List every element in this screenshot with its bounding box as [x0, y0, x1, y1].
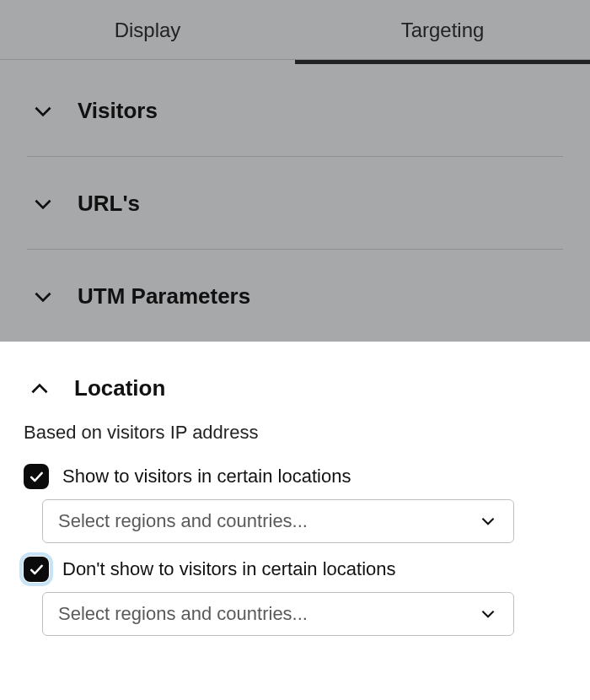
accordion-urls[interactable]: URL's: [27, 157, 563, 249]
tabs: Display Targeting: [0, 0, 590, 60]
accordion-title-visitors: Visitors: [78, 98, 158, 124]
select-hide-locations[interactable]: Select regions and countries...: [42, 592, 514, 636]
chevron-down-icon: [478, 604, 498, 624]
accordion-utm[interactable]: UTM Parameters: [27, 250, 563, 342]
accordion-title-utm: UTM Parameters: [78, 283, 250, 310]
chevron-down-icon: [30, 99, 56, 124]
chevron-down-icon: [478, 511, 498, 531]
accordion-title-location: Location: [74, 375, 165, 401]
chevron-up-icon: [27, 376, 52, 401]
chevron-down-icon: [30, 284, 56, 310]
tab-display[interactable]: Display: [0, 0, 295, 59]
checkbox-hide-locations[interactable]: [24, 557, 49, 582]
label-show-locations: Show to visitors in certain locations: [62, 466, 351, 487]
chevron-down-icon: [30, 191, 56, 217]
checkbox-show-locations[interactable]: [24, 464, 49, 489]
tab-underline: [0, 60, 590, 64]
accordion-visitors[interactable]: Visitors: [27, 64, 563, 156]
tab-targeting[interactable]: Targeting: [295, 0, 590, 59]
select-show-locations[interactable]: Select regions and countries...: [42, 499, 514, 543]
select-show-locations-placeholder: Select regions and countries...: [58, 510, 308, 532]
accordion-location[interactable]: Location: [24, 342, 566, 422]
label-hide-locations: Don't show to visitors in certain locati…: [62, 558, 395, 580]
location-subtext: Based on visitors IP address: [24, 422, 566, 464]
accordion-title-urls: URL's: [78, 191, 140, 217]
select-hide-locations-placeholder: Select regions and countries...: [58, 603, 308, 625]
